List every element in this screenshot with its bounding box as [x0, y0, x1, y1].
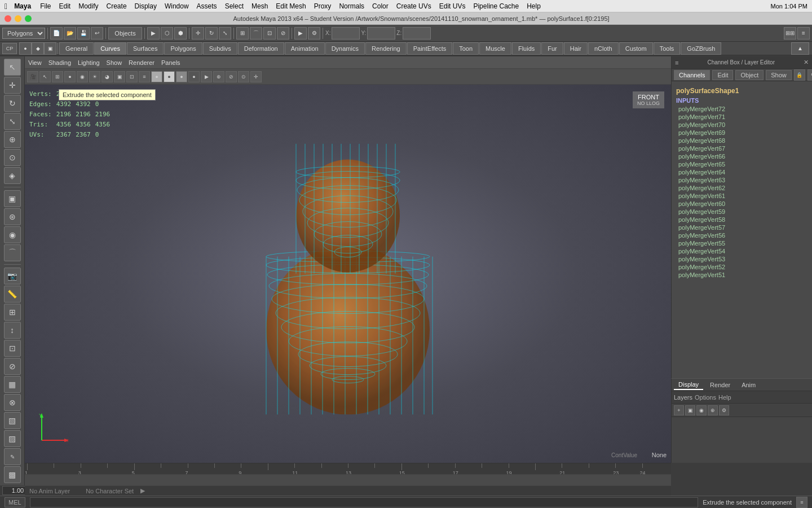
snap-grid-button[interactable]: ⊞: [236, 27, 249, 40]
viewport-menu-view[interactable]: View: [28, 59, 42, 66]
tab-dynamics[interactable]: Dynamics: [325, 42, 365, 55]
tab-rendering[interactable]: Rendering: [365, 42, 407, 55]
layer-icon-2[interactable]: ▣: [685, 405, 695, 415]
tab-fluids[interactable]: Fluids: [512, 42, 541, 55]
cb-item[interactable]: polyMergeVert68: [674, 137, 810, 144]
bind-button[interactable]: ⊡: [4, 340, 21, 357]
menu-pipeline-cache[interactable]: Pipeline Cache: [473, 2, 519, 10]
cb-item[interactable]: polyMergeVert58: [674, 216, 810, 224]
cb-item[interactable]: polyMergeVert57: [674, 224, 810, 231]
module-icon-2[interactable]: ◆: [32, 42, 44, 55]
menu-mesh[interactable]: Mesh: [251, 2, 268, 10]
vp-camera-button[interactable]: 🎥: [27, 71, 38, 82]
cb-item[interactable]: polyMergeVert60: [674, 200, 810, 208]
tab-hair[interactable]: Hair: [564, 42, 588, 55]
vp-smooth-button[interactable]: ●: [64, 71, 76, 82]
cb-item[interactable]: polyMergeVert54: [674, 247, 810, 255]
show-manip-button[interactable]: ◈: [4, 167, 21, 184]
lattice-button[interactable]: ⊗: [4, 394, 21, 411]
cp-icon[interactable]: CP: [2, 43, 17, 54]
tab-surfaces[interactable]: Surfaces: [127, 42, 164, 55]
viewport-menu-lighting[interactable]: Lighting: [78, 59, 100, 66]
objects-button[interactable]: Objects: [108, 27, 142, 40]
layer-content[interactable]: [672, 417, 812, 463]
layer-tab-anim[interactable]: Anim: [737, 380, 760, 389]
vp-hud-button[interactable]: ≡: [139, 71, 150, 82]
cb-item[interactable]: polyMergeVert56: [674, 231, 810, 239]
select-tool-button[interactable]: ▶: [147, 27, 160, 40]
universal-manip-button[interactable]: ⊕: [4, 131, 21, 148]
cb-item[interactable]: polyMergeVert70: [674, 121, 810, 129]
cb-item[interactable]: polyMergeVert59: [674, 208, 810, 216]
vp-select-button[interactable]: ↖: [39, 71, 51, 82]
vp-ball2-button[interactable]: ●: [164, 71, 175, 82]
cluster-button[interactable]: ▨: [4, 430, 21, 447]
app-name[interactable]: Maya: [14, 2, 31, 10]
rotate-mode-button[interactable]: ↻: [4, 95, 21, 112]
mel-input[interactable]: [30, 497, 699, 507]
tab-muscle[interactable]: Muscle: [479, 42, 511, 55]
menu-edit-uvs[interactable]: Edit UVs: [439, 2, 466, 10]
cb-tab-object[interactable]: Object: [735, 70, 764, 80]
y-field[interactable]: [367, 27, 395, 40]
menu-file[interactable]: File: [40, 2, 51, 10]
mode-dropdown[interactable]: Polygons: [2, 28, 45, 39]
new-scene-button[interactable]: 📄: [50, 27, 63, 40]
camera-button[interactable]: 📷: [4, 268, 21, 284]
module-icon-1[interactable]: ●: [19, 42, 32, 55]
z-field[interactable]: [403, 27, 431, 40]
snap-point-button[interactable]: ⊡: [263, 27, 276, 40]
char-set-arrow[interactable]: ▶: [140, 487, 145, 494]
cb-item[interactable]: polyMergeVert72: [674, 105, 810, 113]
menu-create-uvs[interactable]: Create UVs: [396, 2, 431, 10]
curve-button[interactable]: ⌒: [4, 244, 21, 261]
maximize-button[interactable]: [25, 15, 32, 22]
vp-bkgnd-btn[interactable]: ⊘: [226, 71, 237, 82]
move-tool-button[interactable]: ✛: [192, 27, 204, 40]
tab-deformation[interactable]: Deformation: [238, 42, 284, 55]
cb-item[interactable]: polyMergeVert66: [674, 152, 810, 160]
tab-collapse[interactable]: ▲: [791, 42, 809, 55]
cb-tab-show[interactable]: Show: [766, 70, 792, 80]
tab-gozbrush[interactable]: GoZBrush: [681, 42, 721, 55]
layers-subtab[interactable]: Layers: [674, 394, 692, 401]
tab-subdivs[interactable]: Subdivs: [203, 42, 237, 55]
scale-tool-button[interactable]: ⤡: [219, 27, 231, 40]
blend-button[interactable]: ▦: [4, 376, 21, 393]
menu-edit[interactable]: Edit: [59, 2, 71, 10]
cb-item[interactable]: polyMergeVert65: [674, 160, 810, 168]
tab-fur[interactable]: Fur: [541, 42, 563, 55]
grid-button[interactable]: ⊞⊞: [784, 27, 796, 40]
paint-select-tool-button[interactable]: ⊛: [4, 208, 21, 225]
lasso-tool-button[interactable]: ⬡: [161, 27, 173, 40]
viewport-menu-renderer[interactable]: Renderer: [129, 59, 155, 66]
new-layer-button[interactable]: +: [674, 405, 684, 415]
cb-item[interactable]: polyMergeVert53: [674, 255, 810, 263]
minimize-button[interactable]: [15, 15, 21, 22]
script-button[interactable]: ✎: [4, 448, 21, 465]
viewport-menu-show[interactable]: Show: [107, 59, 122, 66]
cb-item[interactable]: polyMergeVert63: [674, 176, 810, 184]
sculpt-button[interactable]: ◉: [4, 226, 21, 243]
snap-curve-button[interactable]: ⌒: [250, 27, 262, 40]
cb-item[interactable]: polyMergeVert51: [674, 271, 810, 279]
vp-ball-button[interactable]: ●: [151, 71, 162, 82]
cb-key-icon[interactable]: ⚲: [807, 69, 812, 81]
cb-item[interactable]: polyMergeVert67: [674, 144, 810, 152]
cb-lock-icon[interactable]: 🔒: [794, 69, 805, 81]
menu-assets[interactable]: Assets: [197, 2, 217, 10]
vp-stitch-btn[interactable]: ✛: [250, 71, 262, 82]
rotate-tool-button[interactable]: ↻: [205, 27, 218, 40]
render-button[interactable]: ▶: [294, 27, 307, 40]
vp-render-btn[interactable]: ▶: [201, 71, 212, 82]
soft-mod-button[interactable]: ⊙: [4, 149, 21, 166]
menu-proxy[interactable]: Proxy: [314, 2, 332, 10]
layer-tab-render[interactable]: Render: [705, 380, 735, 389]
tab-tools[interactable]: Tools: [654, 42, 681, 55]
menu-help[interactable]: Help: [527, 2, 541, 10]
open-scene-button[interactable]: 📂: [64, 27, 76, 40]
menu-normals[interactable]: Normals: [339, 2, 364, 10]
paint-select-button[interactable]: ⬢: [174, 27, 187, 40]
cb-item[interactable]: polyMergeVert61: [674, 192, 810, 200]
options-subtab[interactable]: Options: [695, 394, 716, 401]
